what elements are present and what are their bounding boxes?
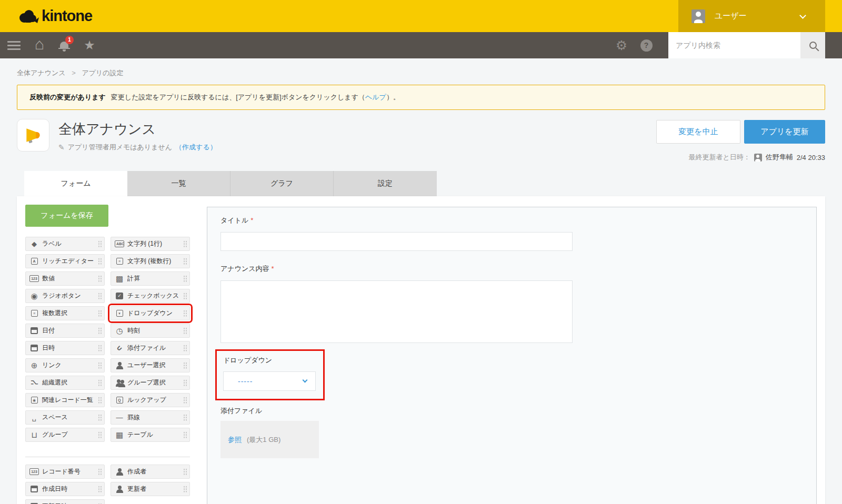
drag-handle-icon[interactable] <box>183 310 187 317</box>
kintone-logo[interactable]: kintone <box>17 7 92 25</box>
drag-handle-icon[interactable] <box>183 468 187 475</box>
palette-item-updated-datetime[interactable]: 更新日時 <box>25 499 105 504</box>
palette-item-attachment[interactable]: ∪添付ファイル <box>111 341 190 355</box>
palette-item-border-line[interactable]: —罫線 <box>111 410 190 425</box>
discard-changes-button[interactable]: 変更を中止 <box>656 120 740 144</box>
tab-list[interactable]: 一覧 <box>127 171 230 196</box>
tab-form[interactable]: フォーム <box>24 171 127 196</box>
content-field-textarea[interactable] <box>220 280 573 343</box>
help-icon[interactable]: ? <box>634 32 659 58</box>
title-field-label: タイトル <box>220 216 248 224</box>
palette-item-org-select[interactable]: ⌥組織選択 <box>25 376 105 390</box>
palette-item-richtext[interactable]: Aリッチエディター <box>25 254 105 268</box>
palette-item-group-select[interactable]: グループ選択 <box>111 376 190 390</box>
drag-handle-icon[interactable] <box>183 327 187 334</box>
palette-item-user-select[interactable]: ユーザー選択 <box>111 358 190 372</box>
text-icon: ABC <box>115 240 124 247</box>
palette-item-label: テーブル <box>127 430 153 439</box>
help-link[interactable]: ヘルプ <box>365 93 386 101</box>
palette-item-space[interactable]: ␣スペース <box>25 410 105 425</box>
browse-link[interactable]: 参照 <box>228 435 242 445</box>
drag-handle-icon[interactable] <box>98 362 102 369</box>
palette-item-tag[interactable]: ◆ラベル <box>25 237 105 251</box>
palette-item-dropdown[interactable]: ▾ドロップダウン <box>111 306 190 320</box>
drag-handle-icon[interactable] <box>98 240 102 247</box>
drag-handle-icon[interactable] <box>98 431 102 438</box>
app-search-input[interactable] <box>668 32 800 58</box>
system-field-palette: 123レコード番号作成者作成日時更新者更新日時 <box>25 465 190 504</box>
drag-handle-icon[interactable] <box>98 327 102 334</box>
palette-item-group-box[interactable]: ⊔グループ <box>25 428 105 442</box>
palette-item-creator[interactable]: 作成者 <box>111 465 190 479</box>
palette-item-label: 時刻 <box>127 326 140 335</box>
palette-item-radio[interactable]: ◉ラジオボタン <box>25 289 105 303</box>
drag-handle-icon[interactable] <box>98 486 102 492</box>
palette-item-table[interactable]: ▦テーブル <box>111 428 190 442</box>
breadcrumb-app-link[interactable]: 全体アナウンス <box>17 69 66 77</box>
palette-item-label: スペース <box>42 413 68 422</box>
drag-handle-icon[interactable] <box>98 310 102 317</box>
banner-bold-text: 反映前の変更があります <box>29 93 106 101</box>
tab-settings[interactable]: 設定 <box>334 171 437 196</box>
breadcrumb-current: アプリの設定 <box>82 69 123 77</box>
settings-gear-icon[interactable]: ⚙ <box>609 32 634 58</box>
palette-item-label: リンク <box>42 361 62 370</box>
palette-item-label: ユーザー選択 <box>127 361 166 370</box>
updater-avatar-icon <box>754 154 762 162</box>
palette-item-checkbox[interactable]: ✓チェックボックス <box>111 289 190 303</box>
palette-item-label: 罫線 <box>127 413 140 422</box>
palette-item-multiselect[interactable]: ≡複数選択 <box>25 306 105 320</box>
palette-item-label: 組織選択 <box>42 378 67 387</box>
palette-item-multiline[interactable]: ≡文字列 (複数行) <box>111 254 190 268</box>
drag-handle-icon[interactable] <box>98 293 102 299</box>
save-form-button[interactable]: フォームを保存 <box>25 205 108 227</box>
home-icon[interactable]: ⌂ <box>27 32 52 58</box>
drag-handle-icon[interactable] <box>98 414 102 421</box>
breadcrumb-separator: > <box>72 69 76 77</box>
favorites-star-icon[interactable]: ★ <box>77 32 102 58</box>
drag-handle-icon[interactable] <box>98 275 102 282</box>
palette-item-record-number[interactable]: 123レコード番号 <box>25 465 105 479</box>
drag-handle-icon[interactable] <box>183 275 187 282</box>
notifications-bell-icon[interactable]: 1 <box>52 32 77 58</box>
user-menu[interactable]: ユーザー <box>678 0 825 32</box>
search-icon <box>809 42 817 49</box>
title-field-input[interactable] <box>220 232 573 251</box>
palette-item-related-records[interactable]: ◉関連レコード一覧 <box>25 393 105 407</box>
palette-item-date[interactable]: 日付 <box>25 324 105 338</box>
drag-handle-icon[interactable] <box>183 362 187 369</box>
search-button[interactable] <box>800 32 825 58</box>
title-block: 全体アナウンス ✎ アプリ管理者用メモはありません （作成する） <box>58 119 217 162</box>
last-updated-label: 最終更新者と日時： <box>688 153 750 162</box>
drag-handle-icon[interactable] <box>183 379 187 386</box>
menu-icon[interactable] <box>0 32 27 58</box>
dropdown-field-select[interactable]: ----- <box>223 371 316 391</box>
drag-handle-icon[interactable] <box>98 468 102 475</box>
palette-item-calc[interactable]: ▩計算 <box>111 271 190 286</box>
update-app-button[interactable]: アプリを更新 <box>744 120 825 144</box>
palette-item-updater[interactable]: 更新者 <box>111 482 190 496</box>
drag-handle-icon[interactable] <box>98 258 102 265</box>
drag-handle-icon[interactable] <box>98 397 102 404</box>
number-icon: 123 <box>29 275 39 282</box>
palette-item-datetime[interactable]: 日時 <box>25 341 105 355</box>
palette-item-time[interactable]: ◷時刻 <box>111 324 190 338</box>
palette-item-text[interactable]: ABC文字列 (1行) <box>111 237 190 251</box>
tab-graph[interactable]: グラフ <box>230 171 334 196</box>
drag-handle-icon[interactable] <box>98 345 102 351</box>
drag-handle-icon[interactable] <box>183 293 187 299</box>
drag-handle-icon[interactable] <box>183 431 187 438</box>
content-field-block: アナウンス内容* <box>220 264 816 343</box>
drag-handle-icon[interactable] <box>183 240 187 247</box>
drag-handle-icon[interactable] <box>98 379 102 386</box>
palette-item-number[interactable]: 123数値 <box>25 271 105 286</box>
drag-handle-icon[interactable] <box>183 397 187 404</box>
drag-handle-icon[interactable] <box>183 414 187 421</box>
palette-item-created-datetime[interactable]: 作成日時 <box>25 482 105 496</box>
drag-handle-icon[interactable] <box>183 486 187 492</box>
palette-item-link[interactable]: ⊕リンク <box>25 358 105 372</box>
drag-handle-icon[interactable] <box>183 345 187 351</box>
palette-item-lookup[interactable]: Qルックアップ <box>111 393 190 407</box>
drag-handle-icon[interactable] <box>183 258 187 265</box>
create-memo-link[interactable]: （作成する） <box>175 143 217 152</box>
